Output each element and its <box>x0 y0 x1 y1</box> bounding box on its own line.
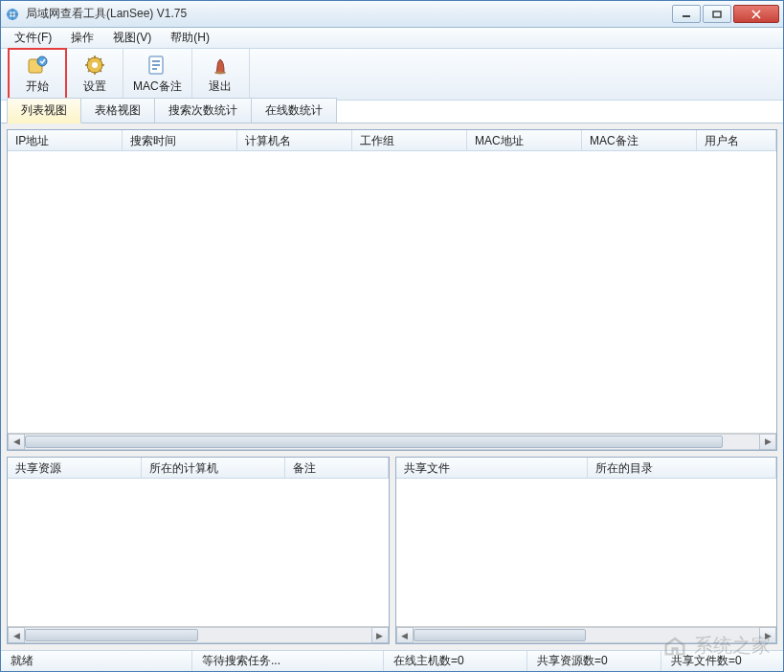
col-mac-note[interactable]: MAC备注 <box>582 130 697 150</box>
status-files: 共享文件数=0 <box>661 651 783 671</box>
col-remark[interactable]: 备注 <box>285 458 389 478</box>
svg-rect-3 <box>713 11 721 17</box>
mac-note-button[interactable]: MAC备注 <box>123 49 192 100</box>
scroll-thumb[interactable] <box>25 629 198 641</box>
minimize-button[interactable] <box>672 5 701 23</box>
col-mac[interactable]: MAC地址 <box>467 130 582 150</box>
menu-operate[interactable]: 操作 <box>63 28 101 48</box>
col-share-file[interactable]: 共享文件 <box>396 458 588 478</box>
status-hosts: 在线主机数=0 <box>384 651 527 671</box>
statusbar: 就绪 等待搜索任务... 在线主机数=0 共享资源数=0 共享文件数=0 <box>1 650 783 671</box>
hosts-panel: IP地址 搜索时间 计算机名 工作组 MAC地址 MAC备注 用户名 ◀ ▶ <box>7 129 777 451</box>
scroll-left-icon[interactable]: ◀ <box>396 627 414 643</box>
status-shares: 共享资源数=0 <box>527 651 661 671</box>
share-files-scrollbar[interactable]: ◀ ▶ <box>396 626 777 643</box>
col-computer[interactable]: 计算机名 <box>237 130 352 150</box>
scroll-thumb[interactable] <box>25 436 723 448</box>
menu-help[interactable]: 帮助(H) <box>163 28 217 48</box>
svg-rect-2 <box>683 15 690 17</box>
col-ip[interactable]: IP地址 <box>8 130 123 150</box>
hosts-scrollbar[interactable]: ◀ ▶ <box>8 433 776 450</box>
scroll-track[interactable] <box>25 627 371 643</box>
menu-view[interactable]: 视图(V) <box>105 28 159 48</box>
scroll-track[interactable] <box>414 627 760 643</box>
scroll-right-icon[interactable]: ▶ <box>371 627 389 643</box>
settings-button[interactable]: 设置 <box>66 49 123 100</box>
window-title: 局域网查看工具(LanSee) V1.75 <box>26 6 670 22</box>
col-share-res[interactable]: 共享资源 <box>8 458 142 478</box>
status-waiting: 等待搜索任务... <box>192 651 384 671</box>
start-icon <box>26 54 49 77</box>
share-files-columns: 共享文件 所在的目录 <box>396 458 777 479</box>
titlebar: 局域网查看工具(LanSee) V1.75 <box>1 1 783 28</box>
tab-table-view[interactable]: 表格视图 <box>80 98 155 123</box>
tab-search-count[interactable]: 搜索次数统计 <box>154 98 252 123</box>
col-on-computer[interactable]: 所在的计算机 <box>142 458 285 478</box>
scroll-left-icon[interactable]: ◀ <box>8 627 25 643</box>
scroll-right-icon[interactable]: ▶ <box>759 627 776 643</box>
tab-list-view[interactable]: 列表视图 <box>7 98 81 123</box>
share-resources-panel: 共享资源 所在的计算机 备注 ◀ ▶ <box>7 457 390 644</box>
settings-icon <box>83 54 106 77</box>
menubar: 文件(F) 操作 视图(V) 帮助(H) <box>1 28 783 49</box>
svg-point-9 <box>214 72 226 75</box>
close-button[interactable] <box>733 5 779 23</box>
window-controls <box>670 5 779 23</box>
status-ready: 就绪 <box>1 651 192 671</box>
share-res-columns: 共享资源 所在的计算机 备注 <box>8 458 389 479</box>
exit-icon <box>209 54 232 77</box>
start-button[interactable]: 开始 <box>9 49 66 100</box>
mac-note-icon <box>146 54 168 77</box>
exit-button[interactable]: 退出 <box>192 49 250 100</box>
col-search-time[interactable]: 搜索时间 <box>123 130 237 150</box>
col-workgroup[interactable]: 工作组 <box>352 130 467 150</box>
scroll-track[interactable] <box>25 434 759 450</box>
tab-online-count[interactable]: 在线数统计 <box>251 98 337 123</box>
share-res-grid[interactable] <box>8 479 389 626</box>
toolbar: 开始 设置 MAC备注 退出 <box>1 49 783 101</box>
scroll-thumb[interactable] <box>414 629 587 641</box>
menu-file[interactable]: 文件(F) <box>7 28 59 48</box>
main-area: IP地址 搜索时间 计算机名 工作组 MAC地址 MAC备注 用户名 ◀ ▶ 共… <box>1 123 783 650</box>
col-on-dir[interactable]: 所在的目录 <box>588 458 777 478</box>
exit-label: 退出 <box>209 78 232 95</box>
maximize-button[interactable] <box>703 5 731 23</box>
scroll-right-icon[interactable]: ▶ <box>759 434 776 450</box>
hosts-columns: IP地址 搜索时间 计算机名 工作组 MAC地址 MAC备注 用户名 <box>8 130 776 151</box>
application-window: 局域网查看工具(LanSee) V1.75 文件(F) 操作 视图(V) 帮助(… <box>0 0 784 672</box>
app-icon <box>5 7 20 22</box>
hosts-grid[interactable] <box>8 151 776 433</box>
settings-label: 设置 <box>83 78 106 95</box>
svg-point-5 <box>37 56 47 66</box>
mac-note-label: MAC备注 <box>133 78 182 95</box>
share-files-panel: 共享文件 所在的目录 ◀ ▶ <box>395 457 778 644</box>
start-label: 开始 <box>26 78 49 95</box>
share-res-scrollbar[interactable]: ◀ ▶ <box>8 626 389 643</box>
share-files-grid[interactable] <box>396 479 777 626</box>
bottom-row: 共享资源 所在的计算机 备注 ◀ ▶ 共享文件 所在的目录 <box>7 457 777 644</box>
tabbar: 列表视图 表格视图 搜索次数统计 在线数统计 <box>1 101 783 123</box>
svg-point-7 <box>92 62 98 68</box>
col-user[interactable]: 用户名 <box>697 130 776 150</box>
scroll-left-icon[interactable]: ◀ <box>8 434 25 450</box>
